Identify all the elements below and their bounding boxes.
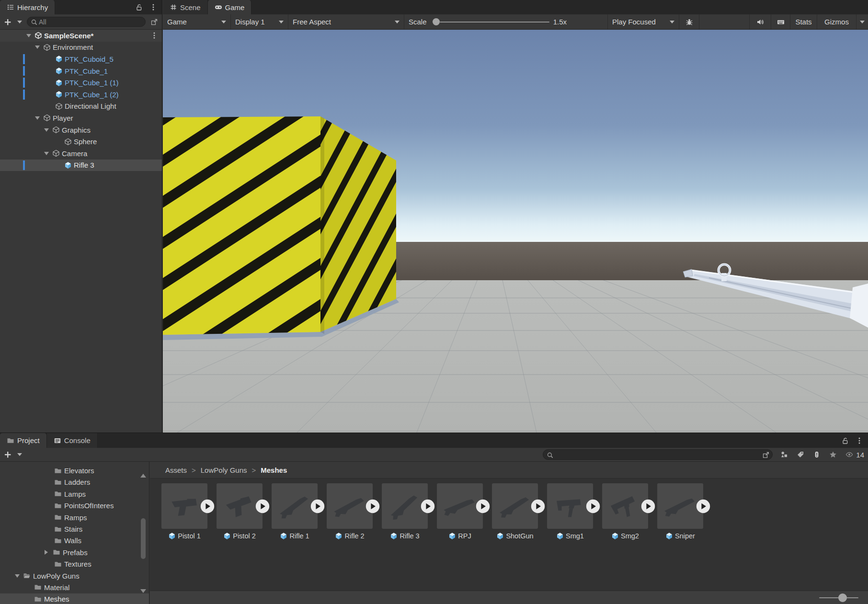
- favorites-star-icon[interactable]: [829, 451, 837, 458]
- breadcrumb-assets[interactable]: Assets: [165, 466, 187, 474]
- folder-item-pointsofinterest[interactable]: PointsOfInteres: [0, 500, 149, 512]
- hierarchy-item-player[interactable]: Player: [0, 112, 162, 124]
- add-gameobject-button[interactable]: [4, 18, 11, 26]
- folder-item-walls[interactable]: Walls: [0, 535, 149, 547]
- tab-project[interactable]: Project: [0, 433, 47, 448]
- expand-arrow-icon[interactable]: [35, 116, 40, 120]
- hierarchy-item-graphics[interactable]: Graphics: [0, 124, 162, 136]
- aspect-ratio-dropdown[interactable]: Free Aspect: [288, 14, 404, 29]
- hierarchy-item-ptk-cuboid-5[interactable]: PTK_Cuboid_5: [0, 53, 162, 65]
- folder-item-material[interactable]: Material: [0, 581, 149, 593]
- tab-scene[interactable]: Scene: [163, 0, 208, 14]
- tab-game[interactable]: Game: [208, 0, 252, 14]
- alert-icon[interactable]: [813, 451, 821, 458]
- scroll-down-button[interactable]: [140, 593, 146, 601]
- expand-arrow-icon[interactable]: [44, 128, 49, 132]
- hierarchy-item-camera[interactable]: Camera: [0, 148, 162, 160]
- asset-rifle-3[interactable]: Rifle 3: [382, 483, 428, 540]
- tab-hierarchy[interactable]: Hierarchy: [0, 0, 55, 14]
- prefab-icon: [280, 532, 287, 540]
- hierarchy-search[interactable]: [27, 17, 146, 27]
- hierarchy-item-rifle-3[interactable]: Rifle 3: [0, 160, 162, 171]
- hierarchy-item-sphere[interactable]: Sphere: [0, 136, 162, 148]
- tree-scrollbar-thumb[interactable]: [141, 518, 146, 559]
- play-badge-icon[interactable]: [200, 499, 215, 513]
- folder-item-prefabs[interactable]: Prefabs: [0, 547, 149, 558]
- hierarchy-item-ptk-cube-1-1[interactable]: PTK_Cube_1 (1): [0, 77, 162, 89]
- scene-kebab-icon[interactable]: [150, 32, 158, 39]
- asset-pistol-2[interactable]: Pistol 2: [217, 483, 263, 540]
- input-keyboard-button[interactable]: [771, 14, 790, 29]
- folder-item-elevators[interactable]: Elevators: [0, 465, 149, 476]
- tab-scene-label: Scene: [180, 3, 201, 11]
- popout-icon[interactable]: [150, 18, 158, 26]
- kebab-menu-icon[interactable]: [856, 437, 863, 444]
- folder-item-lowpoly-guns[interactable]: LowPoly Guns: [0, 570, 149, 581]
- breadcrumb-meshes[interactable]: Meshes: [261, 466, 287, 474]
- display-target-dropdown[interactable]: Game: [163, 14, 231, 29]
- hierarchy-item-ptk-cube-1-2[interactable]: PTK_Cube_1 (2): [0, 89, 162, 101]
- play-badge-icon[interactable]: [310, 499, 325, 513]
- add-gameobject-caret[interactable]: [17, 21, 22, 23]
- play-focused-dropdown[interactable]: Play Focused: [607, 14, 679, 29]
- folder-item-textures[interactable]: Textures: [0, 558, 149, 570]
- visibility-eye-icon[interactable]: [845, 451, 853, 458]
- expand-arrow-icon[interactable]: [15, 574, 20, 578]
- hierarchy-search-input[interactable]: [39, 18, 142, 26]
- game-viewport[interactable]: [163, 30, 868, 433]
- stats-button[interactable]: Stats: [790, 14, 817, 29]
- search-by-label-icon[interactable]: [797, 451, 804, 458]
- expand-arrow-icon[interactable]: [44, 152, 49, 155]
- asset-rifle-2[interactable]: Rifle 2: [327, 483, 373, 540]
- create-asset-caret[interactable]: [17, 453, 22, 456]
- asset-rpj[interactable]: RPJ: [437, 483, 483, 540]
- play-badge-icon[interactable]: [255, 499, 270, 513]
- expand-arrow-icon[interactable]: [26, 34, 31, 37]
- folder-icon: [54, 467, 62, 475]
- play-badge-icon[interactable]: [696, 499, 710, 513]
- gizmos-caret-button[interactable]: [857, 14, 868, 29]
- create-asset-button[interactable]: [4, 451, 11, 458]
- tab-console[interactable]: Console: [47, 433, 98, 448]
- asset-smg1[interactable]: Smg1: [547, 483, 593, 540]
- scale-slider-group: Scale 1.5x: [404, 14, 571, 29]
- folder-item-meshes[interactable]: Meshes: [0, 593, 149, 604]
- expand-arrow-icon[interactable]: [35, 46, 40, 49]
- folder-item-ladders[interactable]: Ladders: [0, 477, 149, 488]
- project-search[interactable]: [543, 449, 773, 460]
- thumb-size-slider-knob[interactable]: [838, 593, 847, 602]
- play-badge-icon[interactable]: [641, 499, 655, 513]
- hierarchy-item-directional-light[interactable]: Directional Light: [0, 101, 162, 113]
- folder-item-ramps[interactable]: Ramps: [0, 512, 149, 523]
- play-badge-icon[interactable]: [531, 499, 545, 513]
- lock-icon[interactable]: [135, 3, 143, 11]
- hierarchy-item-samplescene[interactable]: SampleScene*: [0, 30, 162, 42]
- breadcrumb-lowpoly-guns[interactable]: LowPoly Guns: [201, 466, 247, 474]
- play-badge-icon[interactable]: [476, 499, 490, 513]
- search-by-type-icon[interactable]: [780, 451, 788, 458]
- project-search-input[interactable]: [555, 451, 760, 458]
- asset-rifle-1[interactable]: Rifle 1: [272, 483, 318, 540]
- mute-audio-button[interactable]: [749, 14, 771, 29]
- hierarchy-item-ptk-cube-1[interactable]: PTK_Cube_1: [0, 65, 162, 77]
- hierarchy-item-environment[interactable]: Environment: [0, 42, 162, 54]
- lock-icon[interactable]: [841, 437, 849, 444]
- asset-sniper[interactable]: Sniper: [657, 483, 703, 540]
- asset-shotgun[interactable]: ShotGun: [492, 483, 538, 540]
- asset-smg2[interactable]: Smg2: [602, 483, 648, 540]
- display-dropdown[interactable]: Display 1: [231, 14, 288, 29]
- kebab-menu-icon[interactable]: [149, 3, 157, 11]
- popout-icon[interactable]: [762, 451, 769, 458]
- asset-pistol-1[interactable]: Pistol 1: [161, 483, 207, 540]
- gizmos-button[interactable]: Gizmos: [817, 14, 857, 29]
- folder-item-lamps[interactable]: Lamps: [0, 488, 149, 500]
- expand-arrow-icon[interactable]: [45, 550, 48, 555]
- scale-slider-knob[interactable]: [433, 18, 440, 25]
- folder-item-stairs[interactable]: Stairs: [0, 523, 149, 535]
- play-badge-icon[interactable]: [365, 499, 380, 513]
- scroll-up-button[interactable]: [140, 466, 146, 474]
- scale-slider-track[interactable]: [440, 22, 549, 23]
- play-badge-icon[interactable]: [421, 499, 435, 513]
- play-badge-icon[interactable]: [586, 499, 600, 513]
- debug-bug-button[interactable]: [679, 14, 699, 29]
